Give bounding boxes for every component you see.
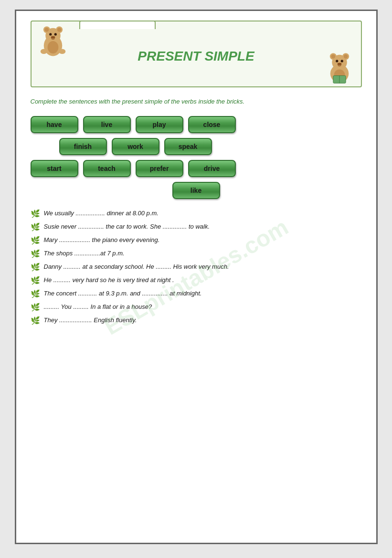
verb-like[interactable]: like [172,182,220,199]
instructions-text: Complete the sentences with the present … [31,97,362,106]
sentence-text-2: Susie never ............... the car to w… [44,222,210,232]
verb-prefer[interactable]: prefer [136,160,183,177]
svg-point-8 [51,36,55,38]
sentence-4: 🌿 The shops ...............at 7 p.m. [31,249,362,258]
bullet-icon-7: 🌿 [31,289,40,298]
verb-play[interactable]: play [136,116,183,133]
bullet-icon-5: 🌿 [31,263,40,272]
bullet-icon-8: 🌿 [31,303,40,312]
sentence-text-9: They ................... English fluentl… [44,316,137,325]
verb-start[interactable]: start [31,160,78,177]
bear-left-decoration [36,24,70,57]
verb-grid: have live play close finish work speak s… [31,116,362,199]
sentence-text-3: Mary .................. the piano every … [44,235,160,245]
bullet-icon-4: 🌿 [31,249,40,258]
sentence-text-7: The concert ........... at 9.3 p.m. and … [44,289,202,298]
worksheet-page: ESLprintables.com [15,10,378,544]
svg-point-17 [343,54,348,59]
svg-point-19 [340,60,343,62]
svg-point-10 [40,49,47,54]
sentence-text-5: Danny .......... at a secondary school. … [44,262,229,272]
sentence-1: 🌿 We usually ................. dinner at… [31,209,362,218]
verb-teach[interactable]: teach [83,160,131,177]
svg-point-3 [44,28,49,32]
verb-close[interactable]: close [188,116,236,133]
svg-point-15 [331,54,335,59]
verb-row-2: finish work speak [31,138,362,155]
bear-right-decoration [323,51,356,84]
verb-finish[interactable]: finish [59,138,107,155]
svg-point-6 [49,33,52,35]
verb-work[interactable]: work [112,138,159,155]
verb-have[interactable]: have [31,116,78,133]
svg-point-18 [336,60,338,62]
sentence-text-6: He .......... very hard so he is very ti… [44,275,174,285]
verb-row-1: have live play close [31,116,362,133]
svg-point-7 [54,33,56,35]
sentence-9: 🌿 They ................... English fluen… [31,316,362,325]
header-tab [79,21,156,29]
verb-live[interactable]: live [83,116,131,133]
bullet-icon-3: 🌿 [31,236,40,245]
svg-point-20 [337,63,341,65]
page-title: PRESENT SIMPLE [138,49,254,64]
svg-point-5 [57,28,61,32]
sentence-2: 🌿 Susie never ............... the car to… [31,222,362,232]
verb-drive[interactable]: drive [188,160,236,177]
bullet-icon-6: 🌿 [31,276,40,285]
verb-row-3: start teach prefer drive [31,160,362,177]
sentence-text-4: The shops ...............at 7 p.m. [44,249,125,258]
header-box: PRESENT SIMPLE [31,21,362,87]
sentence-text-8: ......... You ......... In a flat or in … [44,302,152,312]
sentences-section: 🌿 We usually ................. dinner at… [31,209,362,325]
sentence-6: 🌿 He .......... very hard so he is very … [31,275,362,285]
sentence-8: 🌿 ......... You ......... In a flat or i… [31,302,362,312]
sentence-5: 🌿 Danny .......... at a secondary school… [31,262,362,272]
sentence-3: 🌿 Mary .................. the piano ever… [31,235,362,245]
bullet-icon-2: 🌿 [31,222,40,232]
bullet-icon-9: 🌿 [31,316,40,325]
svg-point-9 [47,41,58,53]
bullet-icon-1: 🌿 [31,209,40,218]
svg-point-11 [59,49,65,54]
verb-speak[interactable]: speak [164,138,212,155]
verb-row-4: like [31,182,362,199]
sentence-7: 🌿 The concert ........... at 9.3 p.m. an… [31,289,362,298]
sentence-text-1: We usually ................. dinner at 8… [44,209,159,218]
